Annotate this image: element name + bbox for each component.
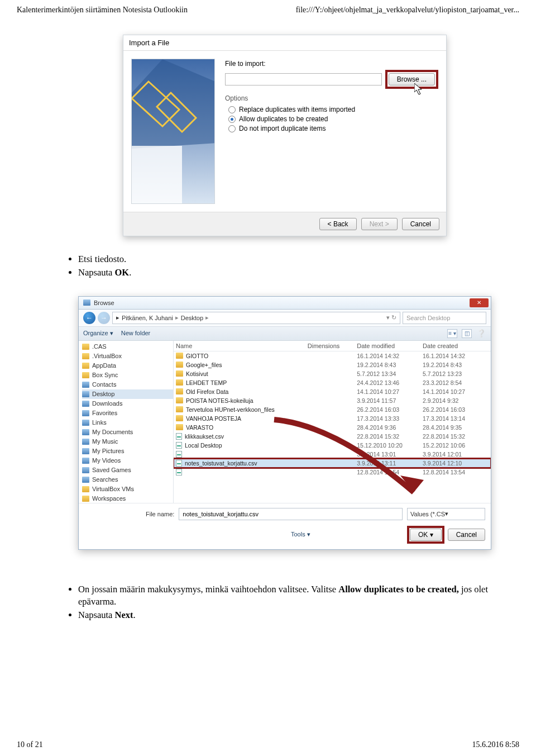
file-row[interactable]: VARASTO28.4.2014 9:3628.4.2014 9:35 (174, 423, 491, 432)
sidebar-item[interactable]: My Music (82, 437, 173, 446)
options-label: Options (225, 94, 438, 102)
file-row[interactable]: 3.9.2014 13:013.9.2014 12:01 (174, 450, 491, 459)
page-footer: 10 of 21 15.6.2016 8:58 (0, 736, 536, 756)
file-row[interactable]: klikkaukset.csv22.8.2014 15:3222.8.2014 … (174, 432, 491, 441)
col-dim[interactable]: Dimensions (308, 343, 357, 349)
file-list: GIOTTO16.1.2014 14:3216.1.2014 14:32Goog… (174, 351, 491, 477)
wizard-illustration (131, 59, 215, 204)
filename-input[interactable] (179, 508, 403, 520)
close-button[interactable]: ✕ (470, 298, 489, 307)
column-headers: Name Dimensions Date modified Date creat… (174, 341, 491, 351)
sidebar-item[interactable]: Favorites (82, 408, 173, 418)
file-row[interactable]: Local Desktop15.12.2010 10:2015.2.2012 1… (174, 441, 491, 450)
search-input[interactable]: Search Desktop (403, 312, 486, 324)
sidebar-item[interactable]: Downloads (82, 399, 173, 408)
nav-back-button[interactable]: ← (83, 312, 95, 324)
page-date: 15.6.2016 8:58 (472, 740, 519, 749)
sidebar-item[interactable]: Links (82, 418, 173, 427)
file-row[interactable]: Tervetuloa HUPnet-verkkoon_files26.2.201… (174, 405, 491, 414)
preview-toggle[interactable]: ◫ (462, 329, 472, 338)
browse-cancel-button[interactable]: Cancel (448, 529, 485, 541)
instruction-item: Etsi tiedosto. (78, 253, 514, 265)
radio-noimport[interactable]: Do not import duplicate items (228, 125, 438, 132)
sidebar-item[interactable]: My Pictures (82, 446, 173, 456)
file-to-import-input[interactable] (225, 73, 382, 85)
page-header: Kalenterimerkintöjen siirtäminen Notesis… (0, 0, 536, 18)
crumb[interactable]: Pitkänen, K Juhani (122, 315, 173, 321)
new-folder-button[interactable]: New folder (121, 330, 151, 337)
sidebar-item[interactable]: Desktop (82, 389, 173, 399)
svg-marker-5 (414, 83, 422, 94)
sidebar-item[interactable]: Contacts (82, 380, 173, 389)
sidebar-item[interactable]: .CAS (82, 342, 173, 351)
page-number: 10 of 21 (17, 740, 43, 749)
nav-fwd-button[interactable]: → (98, 312, 110, 324)
file-row[interactable]: Old Firefox Data14.1.2014 10:2714.1.2014… (174, 387, 491, 396)
sidebar-item[interactable]: .VirtualBox (82, 351, 173, 361)
sidebar-item[interactable]: Searches (82, 475, 173, 484)
radio-replace[interactable]: Replace duplicates with items imported (228, 106, 438, 113)
wizard-title: Import a File (123, 35, 446, 51)
next-button[interactable]: Next > (361, 218, 398, 230)
instruction-item: Napsauta Next. (78, 609, 514, 621)
filetype-select[interactable]: Values (*.CS ▾ (407, 508, 485, 520)
file-row[interactable]: POISTA NOTES-kokeiluja3.9.2014 11:572.9.… (174, 396, 491, 405)
cancel-button[interactable]: Cancel (402, 218, 439, 230)
radio-noimport-label: Do not import duplicate items (239, 125, 326, 132)
sidebar-item[interactable]: AppData (82, 361, 173, 370)
radio-allow[interactable]: Allow duplicates to be created (228, 115, 438, 123)
col-name[interactable]: Name (176, 343, 308, 349)
instructions-1: Etsi tiedosto. Napsauta OK. (78, 253, 514, 279)
ok-highlight: OK ▾ (407, 526, 444, 544)
ok-button[interactable]: OK ▾ (410, 529, 442, 541)
crumb[interactable]: Desktop (181, 315, 203, 321)
file-row[interactable]: LEHDET TEMP24.4.2012 13:4623.3.2012 8:54 (174, 378, 491, 387)
radio-replace-label: Replace duplicates with items imported (239, 106, 355, 113)
sidebar-item[interactable]: Workspaces (82, 494, 173, 503)
organize-menu[interactable]: Organize ▾ (83, 330, 113, 337)
sidebar-item[interactable]: My Videos (82, 456, 173, 465)
radio-allow-label: Allow duplicates to be created (239, 115, 328, 123)
file-row[interactable]: GIOTTO16.1.2014 14:3216.1.2014 14:32 (174, 351, 491, 360)
file-row[interactable]: VANHOJA POSTEJA17.3.2014 13:3317.3.2014 … (174, 414, 491, 423)
instruction-item: On jossain määrin makukysymys, minkä vai… (78, 583, 514, 608)
cursor-icon (414, 83, 424, 97)
file-row[interactable]: notes_toistuvat_korjattu.csv3.9.2014 13:… (174, 459, 491, 468)
instructions-2: On jossain määrin makukysymys, minkä vai… (78, 583, 514, 622)
instruction-item: Napsauta OK. (78, 267, 514, 279)
svg-rect-4 (132, 146, 182, 204)
filename-label: File name: (146, 511, 174, 517)
breadcrumb[interactable]: ▸ Pitkänen, K Juhani ▸ Desktop ▸ ▾ ↻ (112, 312, 400, 324)
sidebar-item[interactable]: Saved Games (82, 465, 173, 475)
sidebar-item[interactable]: VirtualBox VMs (82, 484, 173, 494)
tools-menu[interactable]: Tools ▾ (291, 531, 310, 538)
file-row[interactable]: 12.8.2014 13:5412.8.2014 13:54 (174, 468, 491, 477)
sidebar-item[interactable]: My Documents (82, 427, 173, 437)
browse-dialog: Browse ✕ ← → ▸ Pitkänen, K Juhani ▸ Desk… (78, 296, 491, 550)
browse-title: Browse (94, 299, 114, 306)
file-row[interactable]: Kotisivut5.7.2012 13:345.7.2012 13:23 (174, 369, 491, 378)
view-button[interactable]: ≡ ▾ (447, 329, 457, 338)
window-icon (83, 299, 90, 306)
browse-button[interactable]: Browse ... (389, 73, 435, 85)
header-right: file:///Y:/ohjeet/ohjelmat_ja_verkkopalv… (296, 6, 519, 15)
help-icon[interactable]: ❔ (476, 329, 486, 338)
file-to-import-label: File to import: (225, 60, 438, 68)
import-wizard: Import a File File to import: Browse ... (123, 35, 447, 236)
col-mod[interactable]: Date modified (357, 343, 423, 349)
browse-highlight: Browse ... (385, 70, 438, 89)
sidebar-item[interactable]: Box Sync (82, 370, 173, 380)
back-button[interactable]: < Back (319, 218, 357, 230)
sidebar: .CAS.VirtualBoxAppDataBox SyncContactsDe… (79, 341, 174, 503)
header-left: Kalenterimerkintöjen siirtäminen Notesis… (17, 6, 188, 15)
file-row[interactable]: Google+_files19.2.2014 8:4319.2.2014 8:4… (174, 360, 491, 369)
col-cre[interactable]: Date created (423, 343, 489, 349)
